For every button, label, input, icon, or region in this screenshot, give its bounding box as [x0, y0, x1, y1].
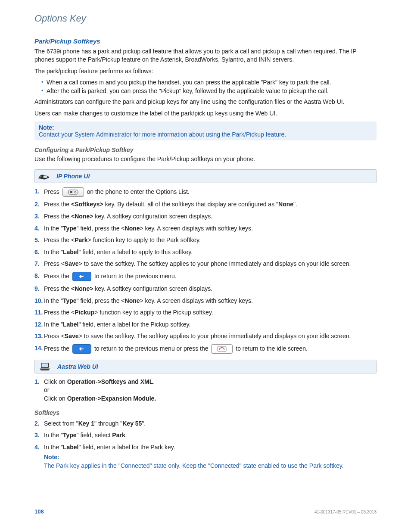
step-text: on the phone to enter the Options List. [87, 188, 190, 195]
step-bold: Pickup [75, 309, 94, 316]
svg-rect-6 [42, 363, 48, 367]
web-ui-steps: Click on Operation->Softkeys and XML. or… [34, 378, 377, 403]
doc-id: 41-001317-05 REV01 – 06.2013 [314, 510, 377, 514]
web-ui-steps-cont: Select from "Key 1" through "Key 55". In… [34, 420, 377, 470]
step: Press the <Pickup> function key to apply… [34, 308, 377, 317]
home-key-icon [211, 344, 233, 354]
inline-note-label: Note: [44, 453, 377, 462]
step: Select from "Key 1" through "Key 55". [34, 420, 377, 428]
step-text: Press < [44, 260, 65, 267]
bullet-list: When a call comes in and you pickup the … [34, 79, 377, 94]
step: Press <Save> to save the softkey. The so… [34, 260, 377, 268]
options-key-icon [62, 187, 84, 197]
step-bold: Save [65, 260, 79, 267]
step: Press <Save> to save the softkey. The so… [34, 332, 377, 341]
bullet-item: When a call comes in and you pickup the … [41, 79, 377, 86]
para: The park/pickup feature performs as foll… [34, 67, 377, 75]
step: Press on the phone to enter the Options … [34, 187, 377, 197]
step-text: ". [293, 201, 297, 208]
step-bold: <Softkeys> [71, 201, 103, 208]
step-bold: Type [63, 225, 77, 232]
step: In the "Label" field, enter a label for … [34, 443, 377, 470]
step-text: Press the < [44, 236, 75, 243]
note-label: Note: [39, 124, 372, 131]
step-bold: Park [75, 236, 87, 243]
step-bold: Type [63, 432, 77, 439]
page-number: 108 [34, 508, 44, 515]
step: In the "Label" field, enter a label for … [34, 320, 377, 329]
aastra-web-ui-bar: Aastra Web UI [34, 360, 377, 373]
step-text: In the " [44, 249, 63, 255]
step: Press the to return to the previous menu… [34, 344, 377, 354]
step: In the "Type" field, press the <None> ke… [34, 224, 377, 233]
para: The 6739i phone has a park and pickup ca… [34, 47, 377, 64]
step-text: Press the [44, 285, 71, 292]
step-text: " field, enter a label for the Park key. [78, 444, 175, 451]
page-footer: 108 41-001317-05 REV01 – 06.2013 [34, 508, 377, 515]
page: Options Key Park/Pickup Softkeys The 673… [0, 0, 411, 532]
step-text: " field, press the < [77, 225, 125, 232]
step-text: In the " [44, 432, 63, 439]
laptop-icon [38, 362, 51, 371]
step-text: " field, enter a label for the Pickup so… [78, 321, 190, 328]
step-bold: <None> [71, 213, 93, 220]
step-bold: Label [63, 321, 79, 328]
step: In the "Type" field, press the <None> ke… [34, 297, 377, 305]
step-text: > function key to apply to the Pickup so… [94, 309, 213, 316]
step-text: to return to the previous menu or press … [94, 345, 210, 352]
para: Administrators can configure the park an… [34, 98, 377, 106]
note-box: Note: Contact your System Administrator … [34, 121, 377, 140]
step-bold: None [125, 297, 140, 304]
step-text: key. A softkey configuration screen disp… [93, 213, 212, 220]
step-bold: Operation->Softkeys and XML [67, 378, 153, 385]
step-text: Press the [44, 201, 71, 208]
step-text: " field, select [77, 432, 112, 439]
step-text: Press [44, 188, 61, 195]
step-text: " through " [94, 420, 122, 427]
step-text: > key. A screen displays with softkey ke… [140, 297, 253, 304]
step-text: Press the < [44, 309, 75, 316]
section-heading: Park/Pickup Softkeys [34, 37, 377, 45]
step-text: to return to the previous menu. [94, 273, 177, 280]
svg-rect-0 [43, 176, 47, 178]
step-text: ". [142, 420, 146, 427]
step-text: Select from " [44, 420, 78, 427]
step-text: Click on [44, 395, 67, 402]
phone-icon [38, 171, 50, 181]
step: In the "Label" field, enter a label to a… [34, 248, 377, 257]
step: Click on Operation->Softkeys and XML. or… [34, 378, 377, 403]
step-text: Press the [44, 273, 71, 280]
step-text: In the " [44, 297, 63, 304]
note-body: Contact your System Administrator for mo… [39, 131, 372, 138]
bar-title: Aastra Web UI [57, 363, 98, 370]
step-bold: Save [65, 333, 79, 339]
bullet-item: After the call is parked, you can press … [41, 87, 377, 94]
para: Use the following procedures to configur… [34, 155, 377, 163]
softkeys-heading: Softkeys [34, 409, 377, 416]
step-bold: Key 55 [122, 420, 142, 427]
step-text: > key. A screen displays with softkey ke… [140, 225, 253, 232]
step-bold: None [278, 201, 293, 208]
step-text: " field, enter a label to apply to this … [78, 249, 193, 255]
step-text: Press the [44, 213, 71, 220]
step-bold: Label [63, 249, 79, 255]
bar-title: IP Phone UI [56, 173, 90, 180]
step-text: to return to the idle screen. [236, 345, 308, 352]
step: Press the <None> key. A softkey configur… [34, 285, 377, 293]
subsection-heading: Configuring a Park/Pickup Softkey [34, 146, 377, 153]
step-text: > function key to apply to the Park soft… [88, 236, 201, 243]
step-bold: Park [112, 432, 125, 439]
step-text: " field, press the < [77, 297, 125, 304]
step-text: Press < [44, 333, 65, 339]
ip-phone-ui-bar: IP Phone UI [34, 169, 377, 183]
svg-point-3 [75, 191, 76, 193]
step-bold: Operation->Expansion Module. [67, 395, 156, 402]
inline-note-body: The Park key applies in the "Connected" … [44, 462, 377, 470]
step-bold: Type [63, 297, 77, 304]
step-text: key. By default, all of the softkeys tha… [103, 201, 278, 208]
step: Press the <Park> function key to apply t… [34, 236, 377, 245]
step: Press the <None> key. A softkey configur… [34, 212, 377, 221]
step-text: > to save the softkey. The softkey appli… [79, 260, 351, 267]
back-arrow-key-icon [72, 344, 91, 354]
step-text: . [125, 432, 127, 439]
